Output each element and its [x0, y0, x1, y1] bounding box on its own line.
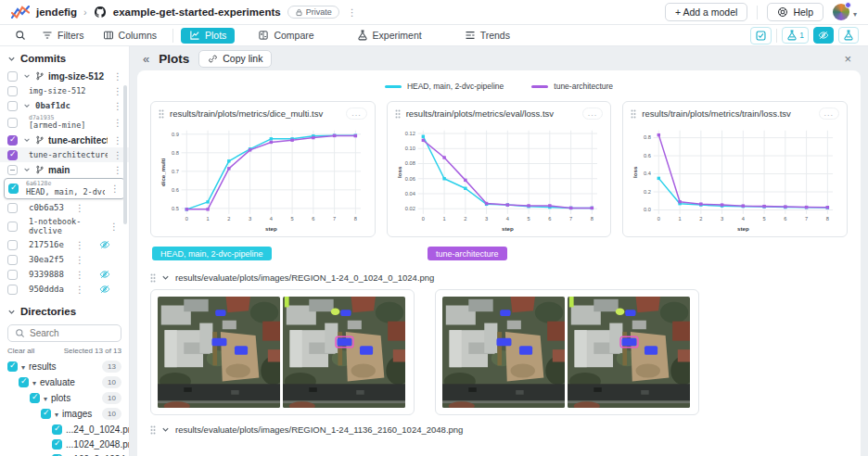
file-row[interactable]: ...24_0_1024.png	[0, 422, 129, 437]
commit-checkbox[interactable]	[7, 135, 18, 146]
running-experiments-button[interactable]: 1	[782, 27, 809, 44]
commit-row[interactable]: img-size-512	[0, 69, 129, 83]
commits-section-header[interactable]: Commits	[0, 46, 129, 69]
row-menu-icon[interactable]	[73, 240, 86, 250]
commit-checkbox[interactable]	[7, 101, 18, 111]
commit-row[interactable]: tune-architecture	[0, 147, 129, 162]
commit-row[interactable]: c0b6a53	[0, 200, 129, 215]
repo-menu-icon[interactable]	[346, 7, 359, 18]
commit-row[interactable]: d7a1935 [armed-mine]	[0, 113, 129, 133]
directory-checkbox[interactable]	[19, 377, 29, 387]
search-input[interactable]	[30, 328, 108, 338]
studio-logo[interactable]	[11, 6, 30, 19]
commit-checkbox[interactable]	[7, 86, 18, 96]
chevron-down-icon[interactable]	[161, 273, 170, 282]
row-menu-icon[interactable]	[73, 285, 86, 295]
row-menu-icon[interactable]	[111, 101, 124, 111]
hidden-commits-button[interactable]	[813, 27, 834, 44]
line-chart[interactable]: 0.00.20.40.60.8012345678steploss	[631, 121, 839, 234]
caret-down-icon[interactable]	[44, 393, 47, 403]
directory-row[interactable]: plots 10	[0, 390, 129, 406]
commit-checkbox[interactable]	[7, 255, 18, 265]
commit-row[interactable]: main	[0, 162, 129, 177]
caret-down-icon[interactable]	[55, 409, 58, 419]
drag-handle-icon[interactable]	[395, 109, 401, 119]
row-menu-icon[interactable]	[111, 150, 124, 160]
revision-chip[interactable]: HEAD, main, 2-dvc-pipeline	[152, 247, 272, 260]
select-all-button[interactable]	[750, 27, 772, 44]
row-menu-icon[interactable]	[108, 222, 121, 232]
commit-checkbox[interactable]	[7, 203, 18, 213]
drag-handle-icon[interactable]	[150, 273, 156, 283]
commit-row[interactable]: img-size-512	[0, 83, 129, 98]
row-menu-icon[interactable]	[111, 135, 124, 146]
directory-checkbox[interactable]	[41, 409, 51, 419]
row-menu-icon[interactable]	[108, 184, 121, 194]
file-checkbox[interactable]	[52, 439, 62, 450]
commit-row[interactable]: 9339888	[0, 267, 129, 282]
plot-menu-icon[interactable]: ...	[346, 108, 367, 120]
row-menu-icon[interactable]	[111, 165, 124, 175]
commit-checkbox[interactable]	[7, 150, 18, 160]
chevron-down-icon[interactable]	[21, 165, 32, 175]
file-row[interactable]: ...1024_2048.png	[0, 437, 129, 451]
line-chart[interactable]: 0.50.60.70.80.9012345678stepdice_multi	[159, 121, 367, 234]
tab-experiment[interactable]: Experiment	[349, 28, 430, 44]
user-menu[interactable]	[833, 4, 857, 20]
chevron-down-icon[interactable]	[21, 135, 32, 146]
row-menu-icon[interactable]	[73, 203, 86, 213]
image-card[interactable]	[150, 289, 415, 415]
add-model-button[interactable]: + Add a model	[665, 3, 747, 21]
commit-checkbox[interactable]	[8, 184, 19, 194]
commit-row[interactable]: 30ea2f5	[0, 252, 129, 267]
caret-down-icon[interactable]	[32, 377, 36, 387]
directory-row[interactable]: evaluate 10	[0, 374, 129, 390]
line-chart[interactable]: 0.020.040.060.080.100.12012345678steplos…	[395, 121, 604, 234]
experiments-button[interactable]	[838, 27, 859, 44]
avatar[interactable]	[833, 4, 849, 20]
plot-menu-icon[interactable]: ...	[582, 108, 604, 120]
commit-checkbox[interactable]	[7, 71, 18, 82]
commit-row[interactable]: 0baf1dc	[0, 98, 129, 113]
directory-row[interactable]: results 13	[0, 359, 129, 374]
tab-compare[interactable]: Compare	[249, 28, 322, 44]
sidebar-scrollbar[interactable]	[123, 85, 127, 224]
directories-section-header[interactable]: Directories	[0, 297, 129, 322]
commit-checkbox[interactable]	[7, 270, 18, 280]
search-button[interactable]	[9, 28, 32, 44]
image-card[interactable]	[435, 289, 699, 415]
commit-row[interactable]: 217516e	[0, 237, 129, 252]
collapse-sidebar-icon[interactable]: «	[143, 52, 149, 66]
commit-checkbox[interactable]	[7, 118, 18, 128]
row-menu-icon[interactable]	[73, 270, 86, 280]
commit-row-selected[interactable]: 6a6128e HEAD, main, 2-dvc-pip…	[4, 178, 125, 199]
eye-off-icon[interactable]	[99, 239, 110, 250]
breadcrumb-org[interactable]: jendefig	[36, 6, 77, 18]
caret-down-icon[interactable]	[21, 361, 25, 372]
copy-link-button[interactable]: Copy link	[198, 50, 272, 68]
directories-search[interactable]	[7, 324, 121, 342]
file-checkbox[interactable]	[52, 424, 62, 435]
directory-row[interactable]: images 10	[0, 406, 129, 422]
tab-columns[interactable]: Columns	[95, 28, 165, 44]
chevron-down-icon[interactable]	[21, 101, 32, 111]
commit-checkbox[interactable]	[7, 165, 18, 175]
revision-chip[interactable]: tune-architecture	[428, 247, 507, 260]
row-menu-icon[interactable]	[111, 118, 124, 128]
tab-plots[interactable]: Plots	[181, 28, 235, 44]
chevron-down-icon[interactable]	[161, 425, 170, 434]
row-menu-icon[interactable]	[111, 86, 124, 96]
drag-handle-icon[interactable]	[159, 109, 164, 119]
commit-row[interactable]: tune-architecture	[0, 133, 129, 147]
tab-filters[interactable]: Filters	[33, 28, 93, 44]
plot-menu-icon[interactable]: ...	[819, 108, 840, 120]
directory-checkbox[interactable]	[7, 361, 18, 372]
breadcrumb-repo[interactable]: example-get-started-experiments	[113, 6, 281, 18]
directory-checkbox[interactable]	[30, 393, 40, 403]
tab-trends[interactable]: Trends	[456, 28, 518, 44]
drag-handle-icon[interactable]	[631, 109, 636, 119]
eye-off-icon[interactable]	[99, 284, 110, 295]
commit-checkbox[interactable]	[7, 222, 18, 232]
commit-row[interactable]: 1-notebook-dvclive	[0, 215, 129, 237]
commit-row[interactable]: 950ddda	[0, 282, 129, 297]
